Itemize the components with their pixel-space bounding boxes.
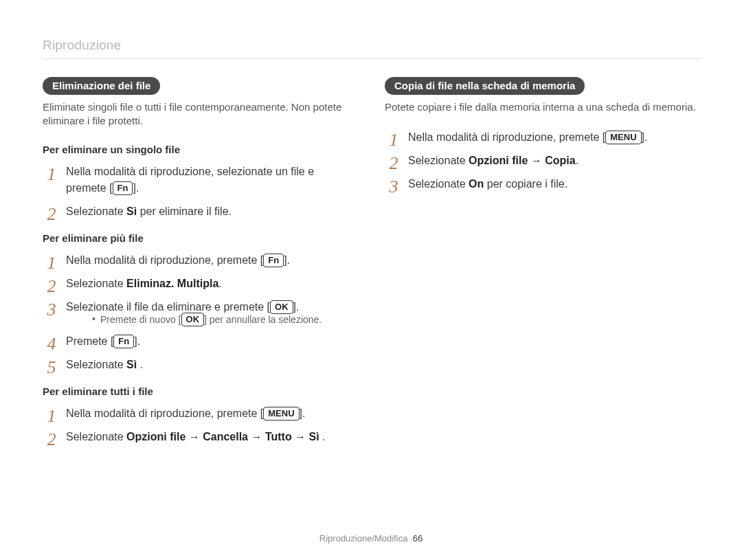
subhead-all: Per eliminare tutti i file — [43, 385, 357, 397]
step: Selezionate Eliminaz. Multipla. — [43, 276, 357, 292]
step: Selezionate Sì per eliminare il file. — [43, 203, 357, 220]
bold-text: Eliminaz. Multipla — [126, 278, 218, 289]
text: Selezionate — [408, 178, 469, 190]
section-pill-delete: Eliminazione dei file — [43, 77, 160, 95]
columns: Eliminazione dei file Eliminate singoli … — [43, 77, 699, 452]
steps-copy: Nella modalità di riproduzione, premete … — [385, 129, 699, 192]
text: ]. — [642, 131, 648, 143]
steps-all: Nella modalità di riproduzione, premete … — [43, 405, 357, 445]
text: Nella modalità di riproduzione, premete … — [408, 131, 605, 143]
text: per copiare i file. — [484, 178, 567, 190]
steps-multi: Nella modalità di riproduzione, premete … — [43, 252, 357, 374]
step: Nella modalità di riproduzione, selezion… — [43, 164, 357, 197]
copy-intro: Potete copiare i file dalla memoria inte… — [385, 100, 699, 114]
text: Selezionate — [66, 359, 126, 370]
text: Selezionate — [66, 278, 126, 289]
step: Nella modalità di riproduzione, premete … — [385, 129, 699, 146]
text: Nella modalità di riproduzione, premete … — [66, 254, 263, 266]
fn-button-icon: Fn — [113, 181, 133, 195]
text: . — [218, 278, 221, 289]
text: Selezionate il file da eliminare e preme… — [66, 301, 270, 313]
note: Premete di nuovo [OK] per annullare la s… — [66, 313, 357, 327]
text: . — [319, 431, 326, 443]
steps-single: Nella modalità di riproduzione, selezion… — [43, 164, 357, 220]
text: ]. — [284, 254, 290, 266]
left-column: Eliminazione dei file Eliminate singoli … — [43, 77, 357, 452]
bold-text: Opzioni file → Copia — [469, 155, 576, 166]
footer-section: Riproduzione/Modifica — [319, 533, 408, 544]
text: . — [137, 359, 143, 370]
menu-button-icon: MENU — [263, 407, 299, 421]
footer: Riproduzione/Modifica 66 — [0, 533, 742, 544]
text: ] per annullare la selezione. — [204, 314, 322, 325]
step: Selezionate Opzioni file → Cancella → Tu… — [43, 429, 357, 445]
step: Selezionate il file da eliminare e preme… — [43, 299, 357, 327]
fn-button-icon: Fn — [113, 335, 134, 348]
step: Selezionate Opzioni file → Copia. — [385, 153, 699, 169]
step: Selezionate Sì . — [43, 357, 357, 373]
bold-text: Sì — [126, 359, 137, 370]
text: . — [576, 155, 578, 166]
text: Nella modalità di riproduzione, premete … — [66, 407, 263, 419]
text: Selezionate — [66, 205, 126, 217]
bold-text: On — [469, 178, 484, 190]
text: ]. — [293, 301, 300, 313]
bold-text: Sì — [126, 205, 137, 217]
bold-text: Opzioni file → Cancella → Tutto → Sì — [126, 431, 319, 443]
text: Selezionate — [66, 431, 126, 443]
delete-intro: Eliminate singoli file o tutti i file co… — [43, 100, 357, 128]
text: ]. — [300, 407, 306, 419]
section-pill-copy: Copia di file nella scheda di memoria — [385, 77, 585, 95]
right-column: Copia di file nella scheda di memoria Po… — [385, 77, 699, 452]
step: Premete [Fn]. — [43, 333, 357, 350]
text: Premete di nuovo [ — [100, 314, 181, 325]
step: Nella modalità di riproduzione, premete … — [43, 252, 357, 269]
subhead-multi: Per eliminare più file — [43, 232, 357, 244]
ok-button-icon: OK — [181, 313, 205, 326]
text: per eliminare il file. — [137, 205, 232, 217]
text: Nella modalità di riproduzione, selezion… — [66, 166, 314, 194]
text: ]. — [133, 182, 139, 194]
text: Selezionate — [408, 155, 469, 166]
menu-button-icon: MENU — [605, 131, 641, 144]
step: Selezionate On per copiare i file. — [385, 176, 699, 192]
fn-button-icon: Fn — [263, 254, 284, 267]
step: Nella modalità di riproduzione, premete … — [43, 405, 357, 422]
page: Riproduzione Eliminazione dei file Elimi… — [0, 0, 742, 560]
breadcrumb: Riproduzione — [43, 38, 699, 53]
text: ]. — [134, 335, 140, 347]
page-number: 66 — [413, 533, 423, 544]
subhead-single: Per eliminare un singolo file — [43, 144, 357, 155]
ok-button-icon: OK — [270, 300, 293, 314]
header-rule — [43, 58, 699, 59]
text: Premete [ — [66, 335, 113, 347]
